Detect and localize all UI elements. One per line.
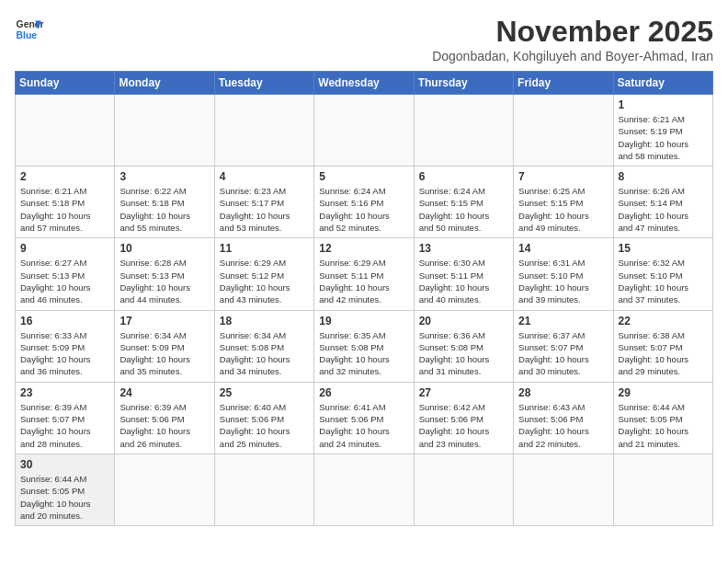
day-info: Sunrise: 6:29 AMSunset: 5:12 PMDaylight:… [220, 257, 309, 305]
day-number: 27 [419, 386, 508, 399]
calendar-day-cell: 21Sunrise: 6:37 AMSunset: 5:07 PMDayligh… [514, 310, 613, 382]
day-info: Sunrise: 6:28 AMSunset: 5:13 PMDaylight:… [119, 257, 209, 305]
day-number: 7 [518, 170, 608, 183]
day-number: 8 [619, 170, 708, 183]
calendar-body: 1Sunrise: 6:21 AMSunset: 5:19 PMDaylight… [16, 95, 713, 526]
calendar-day-cell: 11Sunrise: 6:29 AMSunset: 5:12 PMDayligh… [214, 238, 313, 310]
calendar-day-cell: 3Sunrise: 6:22 AMSunset: 5:18 PMDaylight… [115, 167, 214, 238]
calendar-day-cell: 1Sunrise: 6:21 AMSunset: 5:19 PMDaylight… [613, 95, 712, 167]
calendar-day-cell: 22Sunrise: 6:38 AMSunset: 5:07 PMDayligh… [613, 310, 712, 382]
day-of-week-header: Tuesday [214, 72, 313, 95]
calendar-day-cell: 27Sunrise: 6:42 AMSunset: 5:06 PMDayligh… [414, 382, 513, 454]
day-info: Sunrise: 6:27 AMSunset: 5:13 PMDaylight:… [20, 257, 109, 305]
calendar-day-cell: 19Sunrise: 6:35 AMSunset: 5:08 PMDayligh… [314, 310, 414, 382]
day-of-week-header: Sunday [16, 72, 115, 95]
logo-icon: General Blue [15, 15, 44, 44]
day-info: Sunrise: 6:30 AMSunset: 5:11 PMDaylight:… [419, 257, 508, 305]
day-info: Sunrise: 6:39 AMSunset: 5:07 PMDaylight:… [20, 401, 109, 450]
calendar-day-cell: 28Sunrise: 6:43 AMSunset: 5:06 PMDayligh… [514, 382, 613, 454]
day-header-row: SundayMondayTuesdayWednesdayThursdayFrid… [16, 72, 713, 95]
day-number: 11 [220, 242, 309, 255]
day-info: Sunrise: 6:40 AMSunset: 5:06 PMDaylight:… [220, 401, 309, 450]
day-of-week-header: Thursday [414, 72, 513, 95]
day-info: Sunrise: 6:21 AMSunset: 5:18 PMDaylight:… [20, 185, 109, 234]
location-subtitle: Dogonbadan, Kohgiluyeh and Boyer-Ahmad, … [432, 49, 713, 63]
day-of-week-header: Wednesday [314, 72, 414, 95]
calendar-day-cell: 10Sunrise: 6:28 AMSunset: 5:13 PMDayligh… [115, 238, 214, 310]
day-info: Sunrise: 6:29 AMSunset: 5:11 PMDaylight:… [319, 257, 408, 305]
title-block: November 2025 Dogonbadan, Kohgiluyeh and… [432, 15, 713, 63]
day-number: 25 [220, 386, 309, 399]
month-title: November 2025 [432, 15, 713, 49]
day-info: Sunrise: 6:35 AMSunset: 5:08 PMDaylight:… [319, 329, 408, 378]
day-info: Sunrise: 6:32 AMSunset: 5:10 PMDaylight:… [619, 257, 708, 305]
calendar-week-row: 16Sunrise: 6:33 AMSunset: 5:09 PMDayligh… [16, 310, 713, 382]
day-info: Sunrise: 6:33 AMSunset: 5:09 PMDaylight:… [20, 329, 109, 378]
day-number: 17 [119, 315, 209, 327]
calendar-day-cell: 16Sunrise: 6:33 AMSunset: 5:09 PMDayligh… [16, 310, 115, 382]
calendar-day-cell [613, 454, 712, 525]
calendar-day-cell [214, 454, 313, 525]
day-number: 19 [319, 315, 408, 327]
day-info: Sunrise: 6:44 AMSunset: 5:05 PMDaylight:… [619, 401, 708, 450]
calendar-day-cell: 12Sunrise: 6:29 AMSunset: 5:11 PMDayligh… [314, 238, 414, 310]
calendar-day-cell: 20Sunrise: 6:36 AMSunset: 5:08 PMDayligh… [414, 310, 513, 382]
day-info: Sunrise: 6:43 AMSunset: 5:06 PMDaylight:… [518, 401, 608, 450]
calendar-day-cell: 30Sunrise: 6:44 AMSunset: 5:05 PMDayligh… [16, 454, 115, 525]
calendar-day-cell [514, 454, 613, 525]
calendar-day-cell: 24Sunrise: 6:39 AMSunset: 5:06 PMDayligh… [115, 382, 214, 454]
calendar-day-cell: 15Sunrise: 6:32 AMSunset: 5:10 PMDayligh… [613, 238, 712, 310]
day-number: 10 [119, 242, 209, 255]
day-number: 29 [619, 386, 708, 399]
calendar-day-cell [115, 95, 214, 167]
calendar-day-cell: 4Sunrise: 6:23 AMSunset: 5:17 PMDaylight… [214, 167, 313, 238]
calendar-day-cell: 5Sunrise: 6:24 AMSunset: 5:16 PMDaylight… [314, 167, 414, 238]
day-number: 24 [119, 386, 209, 399]
day-info: Sunrise: 6:39 AMSunset: 5:06 PMDaylight:… [119, 401, 209, 450]
day-of-week-header: Saturday [613, 72, 712, 95]
day-number: 2 [20, 170, 109, 183]
calendar-day-cell [16, 95, 115, 167]
calendar-day-cell: 23Sunrise: 6:39 AMSunset: 5:07 PMDayligh… [16, 382, 115, 454]
day-info: Sunrise: 6:37 AMSunset: 5:07 PMDaylight:… [518, 329, 608, 378]
calendar-day-cell: 6Sunrise: 6:24 AMSunset: 5:15 PMDaylight… [414, 167, 513, 238]
day-number: 14 [518, 242, 608, 255]
calendar-day-cell: 9Sunrise: 6:27 AMSunset: 5:13 PMDaylight… [16, 238, 115, 310]
day-info: Sunrise: 6:25 AMSunset: 5:15 PMDaylight:… [518, 185, 608, 234]
logo: General Blue [15, 15, 44, 44]
day-number: 18 [220, 315, 309, 327]
page-header: General Blue November 2025 Dogonbadan, K… [15, 15, 713, 63]
calendar-day-cell [314, 95, 414, 167]
day-number: 12 [319, 242, 408, 255]
day-info: Sunrise: 6:26 AMSunset: 5:14 PMDaylight:… [619, 185, 708, 234]
calendar-day-cell: 2Sunrise: 6:21 AMSunset: 5:18 PMDaylight… [16, 167, 115, 238]
calendar-week-row: 1Sunrise: 6:21 AMSunset: 5:19 PMDaylight… [16, 95, 713, 167]
day-info: Sunrise: 6:21 AMSunset: 5:19 PMDaylight:… [619, 113, 708, 162]
calendar-day-cell: 25Sunrise: 6:40 AMSunset: 5:06 PMDayligh… [214, 382, 313, 454]
calendar-table: SundayMondayTuesdayWednesdayThursdayFrid… [15, 71, 713, 526]
day-number: 23 [20, 386, 109, 399]
day-number: 6 [419, 170, 508, 183]
day-number: 16 [20, 315, 109, 327]
day-number: 5 [319, 170, 408, 183]
calendar-week-row: 2Sunrise: 6:21 AMSunset: 5:18 PMDaylight… [16, 167, 713, 238]
calendar-header: SundayMondayTuesdayWednesdayThursdayFrid… [16, 72, 713, 95]
calendar-day-cell [514, 95, 613, 167]
day-info: Sunrise: 6:22 AMSunset: 5:18 PMDaylight:… [119, 185, 209, 234]
day-number: 4 [220, 170, 309, 183]
calendar-day-cell: 17Sunrise: 6:34 AMSunset: 5:09 PMDayligh… [115, 310, 214, 382]
day-number: 9 [20, 242, 109, 255]
day-number: 26 [319, 386, 408, 399]
day-number: 28 [518, 386, 608, 399]
day-number: 30 [20, 458, 109, 471]
day-info: Sunrise: 6:41 AMSunset: 5:06 PMDaylight:… [319, 401, 408, 450]
day-number: 3 [119, 170, 209, 183]
calendar-week-row: 9Sunrise: 6:27 AMSunset: 5:13 PMDaylight… [16, 238, 713, 310]
calendar-week-row: 30Sunrise: 6:44 AMSunset: 5:05 PMDayligh… [16, 454, 713, 525]
day-number: 22 [619, 315, 708, 327]
calendar-day-cell [214, 95, 313, 167]
day-info: Sunrise: 6:24 AMSunset: 5:16 PMDaylight:… [319, 185, 408, 234]
day-info: Sunrise: 6:36 AMSunset: 5:08 PMDaylight:… [419, 329, 508, 378]
calendar-day-cell [314, 454, 414, 525]
calendar-day-cell: 14Sunrise: 6:31 AMSunset: 5:10 PMDayligh… [514, 238, 613, 310]
